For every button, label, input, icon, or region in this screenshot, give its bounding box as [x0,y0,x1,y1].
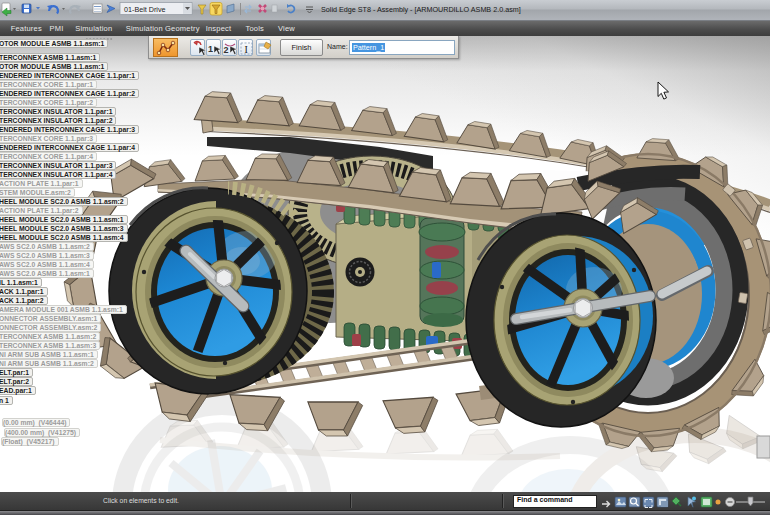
svg-text:I: I [245,44,248,55]
svg-text:2: 2 [224,45,229,55]
svg-text:Solid Edge ST8 - Assembly - [A: Solid Edge ST8 - Assembly - [ARMOURDILLO… [321,5,521,14]
svg-text:1: 1 [208,44,213,54]
